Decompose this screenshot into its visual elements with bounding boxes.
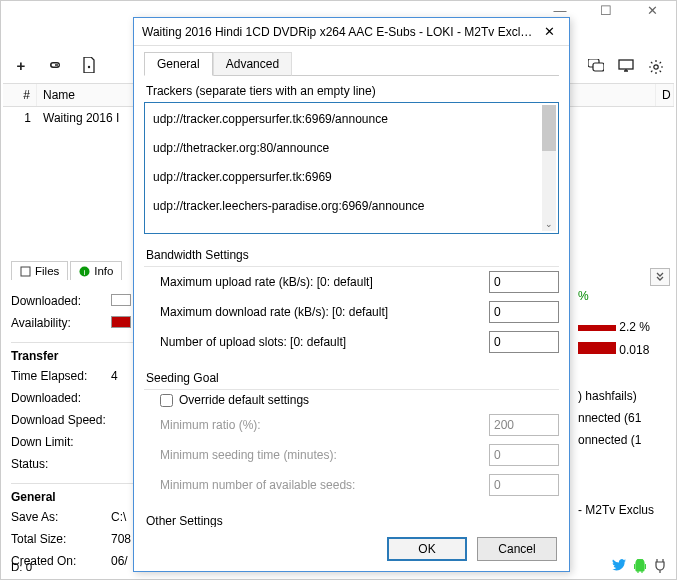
dialog-titlebar: Waiting 2016 Hindi 1CD DVDRip x264 AAC E… xyxy=(134,18,569,46)
close-icon[interactable]: ✕ xyxy=(634,3,670,18)
tab-advanced[interactable]: Advanced xyxy=(213,52,292,76)
label-max-upload: Maximum upload rate (kB/s): [0: default] xyxy=(160,275,489,289)
label-override: Override default settings xyxy=(179,393,309,407)
col-d[interactable]: D xyxy=(656,84,674,106)
svg-text:i: i xyxy=(84,267,86,276)
col-num[interactable]: # xyxy=(3,84,37,106)
link-icon[interactable] xyxy=(45,55,65,75)
label-max-download: Maximum download rate (kB/s): [0: defaul… xyxy=(160,305,489,319)
window-controls: — ☐ ✕ xyxy=(542,3,670,18)
trackers-textarea[interactable]: udp://tracker.coppersurfer.tk:6969/annou… xyxy=(144,102,559,234)
gear-icon[interactable] xyxy=(646,59,666,79)
file-icon[interactable] xyxy=(79,55,99,75)
dialog-title: Waiting 2016 Hindi 1CD DVDRip x264 AAC E… xyxy=(142,25,538,39)
label-min-time: Minimum seeding time (minutes): xyxy=(160,448,489,462)
svg-point-0 xyxy=(88,66,90,68)
min-ratio-input xyxy=(489,414,559,436)
scrollbar[interactable]: ⌄ xyxy=(542,105,556,231)
cancel-button[interactable]: Cancel xyxy=(477,537,557,561)
label-downloaded: Downloaded: xyxy=(11,294,111,308)
seeding-title: Seeding Goal xyxy=(146,371,559,385)
section-general: General xyxy=(11,483,141,506)
monitor-icon[interactable] xyxy=(616,59,636,79)
label-min-ratio: Minimum ratio (%): xyxy=(160,418,489,432)
upload-slots-input[interactable] xyxy=(489,331,559,353)
scroll-down-icon[interactable]: ⌄ xyxy=(542,217,556,231)
scrollbar-thumb[interactable] xyxy=(542,105,556,151)
twitter-icon[interactable] xyxy=(612,559,626,575)
section-transfer: Transfer xyxy=(11,342,141,365)
right-stats: % 2.2 % 0.018 ) hashfails) nnected (61 o… xyxy=(578,261,668,521)
toolbar: + xyxy=(11,55,99,75)
svg-rect-2 xyxy=(593,63,604,71)
max-download-input[interactable] xyxy=(489,301,559,323)
override-checkbox[interactable] xyxy=(160,394,173,407)
label-upload-slots: Number of upload slots: [0: default] xyxy=(160,335,489,349)
min-seeds-input xyxy=(489,474,559,496)
svg-rect-5 xyxy=(21,267,30,276)
label-min-seeds: Minimum number of available seeds: xyxy=(160,478,489,492)
ok-button[interactable]: OK xyxy=(387,537,467,561)
android-icon[interactable] xyxy=(634,559,646,575)
dialog-buttons: OK Cancel xyxy=(134,527,569,571)
close-button[interactable]: ✕ xyxy=(538,22,561,41)
tab-files[interactable]: Files xyxy=(11,261,68,280)
chat-icon[interactable] xyxy=(586,59,606,79)
max-upload-input[interactable] xyxy=(489,271,559,293)
dialog-tabs: General Advanced xyxy=(144,52,559,76)
tab-info[interactable]: i Info xyxy=(70,261,122,280)
properties-dialog: Waiting 2016 Hindi 1CD DVDRip x264 AAC E… xyxy=(133,17,570,572)
trackers-legend: Trackers (separate tiers with an empty l… xyxy=(144,84,559,98)
svg-point-4 xyxy=(654,65,658,69)
add-icon[interactable]: + xyxy=(11,55,31,75)
plug-icon[interactable] xyxy=(654,559,666,575)
other-title: Other Settings xyxy=(146,514,559,527)
toolbar-right xyxy=(586,59,666,79)
min-time-input xyxy=(489,444,559,466)
maximize-icon[interactable]: ☐ xyxy=(588,3,624,18)
tab-general[interactable]: General xyxy=(144,52,213,76)
label-availability: Availability: xyxy=(11,316,111,330)
details-panel: Files i Info Downloaded: Availability: T… xyxy=(11,261,141,572)
minimize-icon[interactable]: — xyxy=(542,3,578,18)
bandwidth-title: Bandwidth Settings xyxy=(146,248,559,262)
svg-rect-3 xyxy=(619,60,633,69)
